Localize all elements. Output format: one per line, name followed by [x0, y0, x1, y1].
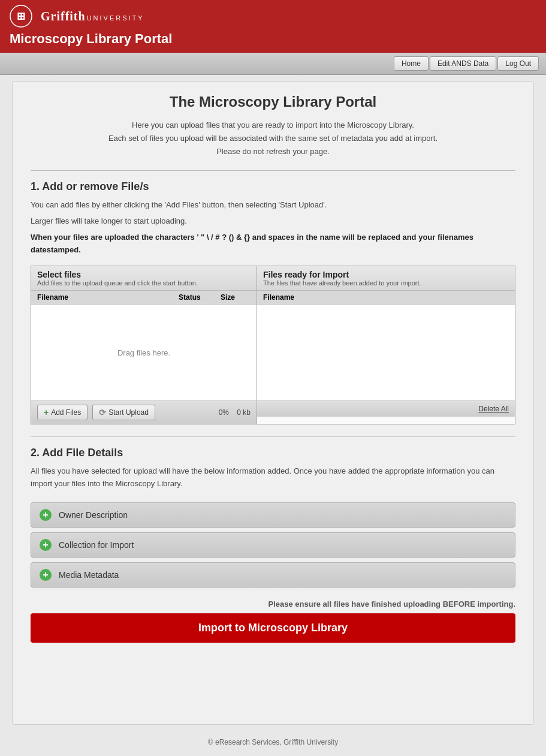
files-ready-col-filename: Filename — [263, 293, 294, 302]
select-files-subtitle: Add files to the upload queue and click … — [37, 279, 251, 287]
import-warning: Please ensure all files have finished up… — [31, 600, 515, 609]
progress-pct: 0% — [219, 408, 229, 417]
accordion-item-media-metadata[interactable]: +Media Metadata — [31, 562, 515, 588]
accordion-label-owner-description: Owner Description — [59, 510, 128, 520]
add-files-button[interactable]: + Add Files — [37, 405, 88, 420]
griffith-logo-icon: ⊞ — [10, 5, 32, 28]
header-logo: ⊞ GriffithUNIVERSITY — [10, 5, 536, 28]
select-files-panel: Select files Add files to the upload que… — [31, 266, 257, 424]
section1-desc2: Larger files will take longer to start u… — [31, 215, 515, 228]
upload-progress: 0% 0 kb — [219, 408, 251, 417]
start-upload-icon: ⟳ — [99, 408, 106, 417]
add-files-label: Add Files — [51, 408, 81, 417]
start-upload-label: Start Upload — [108, 408, 149, 417]
intro-line3: Please do not refresh your page. — [31, 145, 515, 158]
page-footer: © eResearch Services, Griffith Universit… — [0, 731, 546, 756]
select-files-title: Select files — [37, 270, 251, 279]
add-files-icon: + — [44, 408, 49, 417]
start-upload-button[interactable]: ⟳ Start Upload — [92, 405, 155, 420]
accordion-list: +Owner Description+Collection for Import… — [31, 502, 515, 588]
site-title: Microscopy Library Portal — [10, 31, 536, 47]
accordion-item-collection-for-import[interactable]: +Collection for Import — [31, 532, 515, 558]
import-area: Please ensure all files have finished up… — [31, 600, 515, 643]
files-ready-subtitle: The files that have already been added t… — [263, 279, 509, 287]
accordion-plus-icon-media-metadata: + — [40, 569, 52, 581]
footer-text: © eResearch Services, Griffith Universit… — [208, 738, 338, 746]
intro-line2: Each set of files you upload will be ass… — [31, 132, 515, 145]
upload-container: Select files Add files to the upload que… — [31, 266, 515, 424]
col-size-header: Size — [221, 293, 251, 302]
nav-bar: Home Edit ANDS Data Log Out — [0, 53, 546, 75]
select-files-columns: Filename Status Size — [31, 291, 257, 305]
import-button[interactable]: Import to Microscopy Library — [31, 613, 515, 643]
files-ready-header: Files ready for Import The files that ha… — [257, 266, 515, 291]
files-ready-footer: Delete All — [257, 400, 515, 417]
divider2 — [31, 436, 515, 437]
files-ready-body — [257, 305, 515, 400]
section1: 1. Add or remove File/s You can add file… — [31, 180, 515, 424]
page-heading: The Microscopy Library Portal — [31, 94, 515, 110]
edit-ands-button[interactable]: Edit ANDS Data — [430, 56, 496, 71]
header: ⊞ GriffithUNIVERSITY Microscopy Library … — [0, 0, 546, 53]
select-files-footer: + Add Files ⟳ Start Upload 0% 0 kb — [31, 400, 257, 424]
progress-size: 0 kb — [237, 408, 251, 417]
logo-name: Griffith — [41, 10, 86, 23]
section2-heading: 2. Add File Details — [31, 447, 515, 459]
divider1 — [31, 170, 515, 171]
accordion-plus-icon-owner-description: + — [40, 509, 52, 521]
accordion-label-collection-for-import: Collection for Import — [59, 540, 134, 550]
svg-text:⊞: ⊞ — [16, 10, 25, 22]
logo-suffix: UNIVERSITY — [87, 14, 144, 22]
files-ready-columns: Filename — [257, 291, 515, 305]
logout-button[interactable]: Log Out — [497, 56, 539, 71]
select-files-body: Drag files here. — [31, 305, 257, 400]
files-ready-panel: Files ready for Import The files that ha… — [257, 266, 515, 424]
section1-desc1: You can add files by either clicking the… — [31, 199, 515, 212]
files-ready-title: Files ready for Import — [263, 270, 509, 279]
main-content: The Microscopy Library Portal Here you c… — [12, 81, 534, 725]
section1-heading: 1. Add or remove File/s — [31, 180, 515, 193]
accordion-label-media-metadata: Media Metadata — [59, 570, 119, 580]
accordion-plus-icon-collection-for-import: + — [40, 539, 52, 551]
col-filename-header: Filename — [37, 293, 179, 302]
section2: 2. Add File Details All files you have s… — [31, 447, 515, 643]
intro-text: Here you can upload files that you are r… — [31, 119, 515, 158]
accordion-item-owner-description[interactable]: +Owner Description — [31, 502, 515, 528]
delete-all-link[interactable]: Delete All — [478, 405, 509, 413]
col-status-header: Status — [179, 293, 221, 302]
drag-files-text: Drag files here. — [117, 348, 170, 357]
home-button[interactable]: Home — [394, 56, 429, 71]
intro-line1: Here you can upload files that you are r… — [31, 119, 515, 132]
select-files-header: Select files Add files to the upload que… — [31, 266, 257, 291]
section1-desc3: When your files are uploaded the charact… — [31, 231, 515, 257]
section2-desc: All files you have selected for upload w… — [31, 465, 515, 490]
